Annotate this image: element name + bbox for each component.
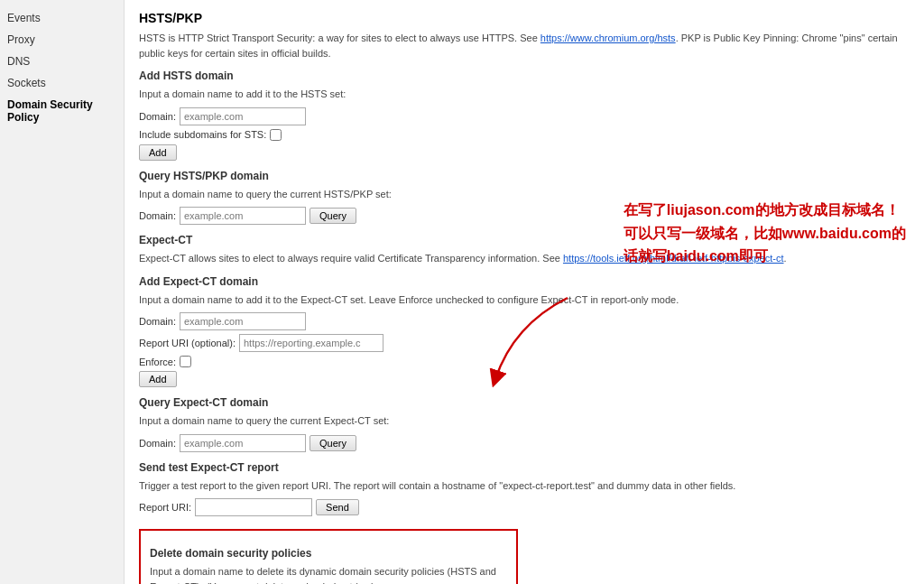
send-test-button[interactable]: Send	[316, 499, 359, 515]
query-expect-ct-desc: Input a domain name to query the current…	[139, 413, 910, 429]
hsts-domain-row: Domain:	[139, 107, 910, 125]
hsts-domain-label: Domain:	[139, 111, 176, 122]
hsts-pkp-title: HSTS/PKP	[139, 11, 910, 25]
expect-ct-domain-label: Domain:	[139, 316, 176, 327]
query-hsts-domain-label: Domain:	[139, 210, 176, 221]
add-expect-ct-title: Add Expect-CT domain	[139, 275, 910, 288]
sidebar-item-sockets[interactable]: Sockets	[0, 72, 124, 94]
query-expect-ct-domain-label: Domain:	[139, 438, 176, 449]
send-test-desc: Trigger a test report to the given repor…	[139, 478, 910, 494]
hsts-description: HSTS is HTTP Strict Transport Security: …	[139, 31, 910, 60]
hsts-add-button[interactable]: Add	[139, 144, 177, 161]
enforce-row: Enforce:	[139, 356, 910, 367]
query-expect-ct-title: Query Expect-CT domain	[139, 396, 910, 409]
enforce-checkbox[interactable]	[180, 356, 191, 367]
expect-ct-title: Expect-CT	[139, 234, 910, 246]
add-hsts-desc: Input a domain name to add it to the HST…	[139, 87, 910, 102]
query-hsts-title: Query HSTS/PKP domain	[139, 170, 910, 182]
expect-ct-link[interactable]: https://tools.ietf.org/html/draft-ietf-h…	[563, 253, 784, 264]
sidebar-item-domain-security[interactable]: Domain Security Policy	[0, 94, 124, 128]
enforce-label: Enforce:	[139, 357, 176, 367]
delete-desc: Input a domain name to delete its dynami…	[150, 564, 507, 584]
query-hsts-domain-row: Domain: Query	[139, 207, 910, 225]
hsts-subdomains-row: Include subdomains for STS:	[139, 129, 910, 141]
query-expect-ct-domain-row: Domain: Query	[139, 434, 910, 452]
sidebar: Events Proxy DNS Sockets Domain Security…	[0, 0, 125, 584]
report-uri-row: Report URI (optional):	[139, 334, 910, 352]
send-test-title: Send test Expect-CT report	[139, 461, 910, 474]
expect-ct-domain-row: Domain:	[139, 312, 910, 330]
sidebar-item-events[interactable]: Events	[0, 7, 124, 29]
query-hsts-desc: Input a domain name to query the current…	[139, 187, 910, 202]
send-test-uri-label: Report URI:	[139, 502, 191, 513]
expect-ct-add-button[interactable]: Add	[139, 371, 177, 387]
query-expect-ct-domain-input[interactable]	[180, 434, 306, 452]
hsts-link[interactable]: https://www.chromium.org/hsts	[541, 32, 676, 43]
report-uri-input[interactable]	[239, 334, 383, 352]
query-expect-ct-button[interactable]: Query	[310, 435, 356, 451]
hsts-add-btn-row: Add	[139, 144, 910, 161]
expect-ct-domain-input[interactable]	[180, 312, 306, 330]
report-uri-label: Report URI (optional):	[139, 338, 236, 348]
main-content: HSTS/PKP HSTS is HTTP Strict Transport S…	[125, 0, 924, 584]
hsts-domain-input[interactable]	[180, 107, 306, 125]
expect-ct-add-btn-row: Add	[139, 371, 910, 387]
hsts-subdomains-checkbox[interactable]	[270, 129, 282, 141]
query-hsts-domain-input[interactable]	[180, 207, 306, 225]
add-hsts-title: Add HSTS domain	[139, 70, 910, 82]
sidebar-item-proxy[interactable]: Proxy	[0, 29, 124, 51]
hsts-subdomains-label: Include subdomains for STS:	[139, 129, 266, 140]
add-expect-ct-desc: Input a domain name to add it to the Exp…	[139, 292, 910, 308]
delete-title: Delete domain security policies	[150, 547, 507, 560]
send-test-uri-row: Report URI: Send	[139, 498, 910, 516]
delete-section: Delete domain security policies Input a …	[139, 529, 518, 584]
expect-ct-desc: Expect-CT allows sites to elect to alway…	[139, 251, 910, 266]
sidebar-item-dns[interactable]: DNS	[0, 51, 124, 72]
send-test-uri-input[interactable]	[195, 498, 312, 516]
query-hsts-button[interactable]: Query	[310, 208, 356, 224]
